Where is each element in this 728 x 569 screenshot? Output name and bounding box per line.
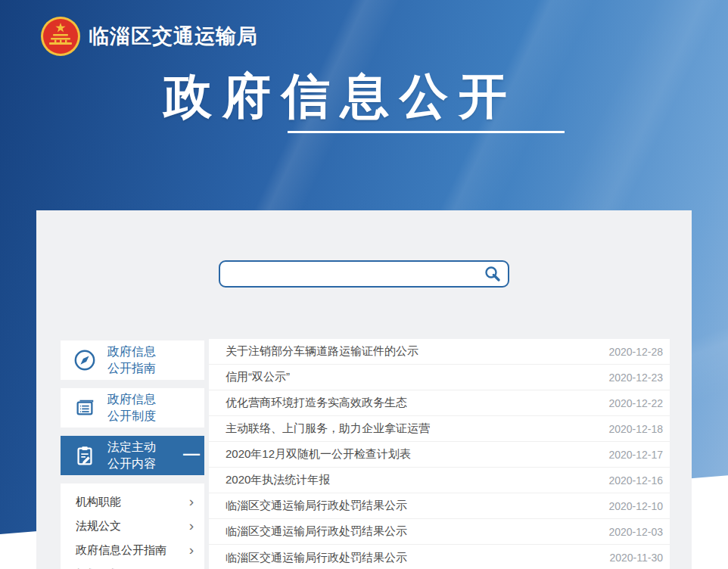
sidebar: 政府信息 公开指南 政府信息 — [61, 340, 204, 569]
submenu-item[interactable]: 规划计划 › — [61, 562, 204, 569]
book-icon — [72, 395, 98, 421]
clipboard-pencil-icon — [72, 443, 98, 468]
page-title: 政府信息公开 — [163, 64, 518, 129]
news-row[interactable]: 关于注销部分车辆道路运输证件的公示 2020-12-28 — [209, 339, 670, 365]
news-row[interactable]: 临淄区交通运输局行政处罚结果公示 2020-12-10 — [209, 493, 670, 519]
page: 临淄区交通运输局 政府信息公开 — [0, 0, 728, 569]
news-title: 优化营商环境打造务实高效政务生态 — [226, 396, 599, 410]
search-input[interactable] — [220, 262, 484, 286]
news-date: 2020-12-22 — [608, 397, 663, 409]
news-row[interactable]: 主动联络、上门服务，助力企业拿证运营 2020-12-18 — [209, 416, 670, 442]
sidebar-item-public-info-guide[interactable]: 政府信息 公开指南 — [61, 340, 204, 380]
chevron-right-icon: › — [189, 543, 194, 557]
news-title: 临淄区交通运输局行政处罚结果公示 — [226, 499, 599, 513]
news-title: 信用“双公示” — [226, 370, 599, 384]
search-button[interactable] — [484, 265, 508, 283]
news-row[interactable]: 2020年12月双随机一公开检查计划表 2020-12-17 — [209, 442, 670, 468]
news-row[interactable]: 临淄区交通运输局行政处罚结果公示 2020-11-30 — [209, 545, 670, 569]
news-date: 2020-12-10 — [608, 500, 663, 512]
news-list: 关于注销部分车辆道路运输证件的公示 2020-12-28 信用“双公示” 202… — [209, 339, 670, 569]
submenu-item[interactable]: 政府信息公开指南 › — [61, 538, 204, 562]
news-title: 2020年执法统计年报 — [226, 473, 599, 487]
sidebar-item-label: 政府信息 公开指南 — [107, 344, 156, 377]
news-date: 2020-12-18 — [608, 423, 663, 435]
content-columns: 政府信息 公开指南 政府信息 — [36, 339, 692, 569]
sidebar-item-statutory-disclosure[interactable]: 法定主动 公开内容 — — [61, 436, 204, 475]
site-brand: 临淄区交通运输局 — [40, 16, 258, 57]
submenu-item[interactable]: 法规公文 › — [61, 514, 204, 538]
national-emblem-icon — [40, 16, 81, 57]
chevron-right-icon: › — [189, 494, 194, 508]
news-date: 2020-12-23 — [608, 372, 663, 384]
sidebar-item-label: 法定主动 公开内容 — [107, 439, 156, 472]
news-row[interactable]: 临淄区交通运输局行政处罚结果公示 2020-12-03 — [209, 519, 670, 545]
submenu-item-label: 法规公文 — [76, 519, 189, 533]
chevron-right-icon: › — [189, 567, 194, 569]
sidebar-item-public-info-rules[interactable]: 政府信息 公开制度 — [61, 388, 204, 428]
news-title: 临淄区交通运输局行政处罚结果公示 — [226, 524, 599, 539]
news-date: 2020-12-16 — [608, 474, 663, 487]
title-underline — [288, 131, 565, 133]
sidebar-submenu: 机构职能 › 法规公文 › 政府信息公开指南 › — [61, 483, 204, 569]
news-date: 2020-12-17 — [608, 449, 663, 461]
news-title: 关于注销部分车辆道路运输证件的公示 — [226, 344, 599, 359]
news-date: 2020-12-28 — [608, 346, 663, 358]
news-title: 临淄区交通运输局行政处罚结果公示 — [226, 551, 600, 565]
compass-icon — [72, 347, 98, 373]
collapse-minus-icon[interactable]: — — [183, 446, 200, 462]
news-row[interactable]: 优化营商环境打造务实高效政务生态 2020-12-22 — [209, 390, 670, 416]
search-bar — [219, 260, 509, 288]
news-row[interactable]: 信用“双公示” 2020-12-23 — [209, 365, 670, 390]
submenu-item[interactable]: 机构职能 › — [61, 490, 204, 514]
org-name: 临淄区交通运输局 — [89, 23, 258, 50]
news-title: 主动联络、上门服务，助力企业拿证运营 — [226, 421, 599, 436]
news-date: 2020-11-30 — [609, 552, 663, 564]
news-date: 2020-12-03 — [608, 526, 663, 538]
submenu-item-label: 政府信息公开指南 — [76, 543, 189, 558]
news-title: 2020年12月双随机一公开检查计划表 — [226, 447, 599, 462]
search-icon — [484, 265, 502, 283]
content-panel: 政府信息 公开指南 政府信息 — [36, 210, 692, 569]
chevron-right-icon: › — [189, 518, 194, 533]
sidebar-item-label: 政府信息 公开制度 — [107, 391, 156, 424]
news-row[interactable]: 2020年执法统计年报 2020-12-16 — [209, 468, 670, 493]
submenu-item-label: 机构职能 — [76, 495, 189, 509]
